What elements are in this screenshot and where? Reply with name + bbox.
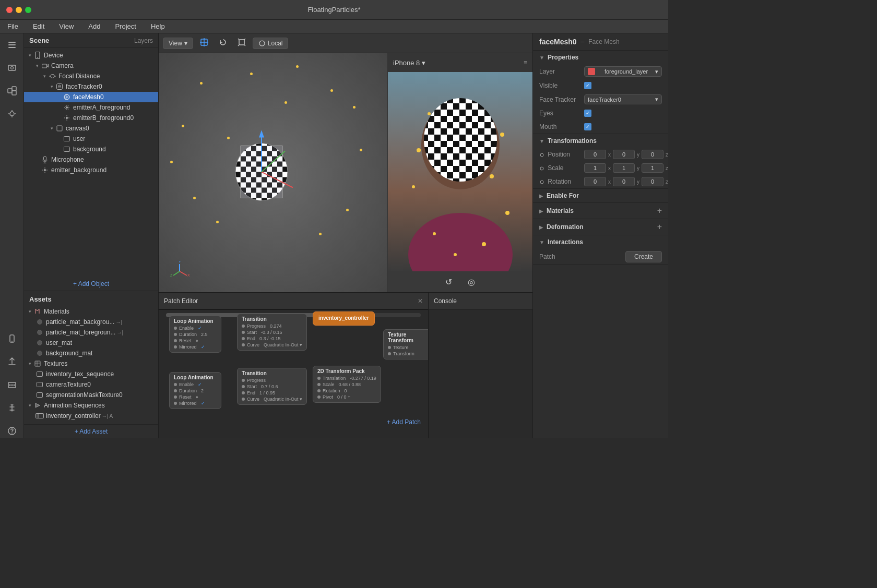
- assets-item-tex1[interactable]: inventory_tex_sequence: [24, 369, 158, 379]
- phone-icon[interactable]: [5, 332, 19, 346]
- tree-label-emittera: emitterA_foreground: [73, 104, 130, 111]
- assets-item-mat4[interactable]: background_mat: [24, 348, 158, 358]
- assets-item-mat1[interactable]: particle_mat_backgrou... →|: [24, 317, 158, 327]
- props-section-properties-header[interactable]: ▼ Properties: [533, 51, 668, 64]
- debug-icon[interactable]: [5, 401, 19, 415]
- tree-item-background[interactable]: background: [24, 144, 158, 154]
- patch-node-inventory[interactable]: inventory_controller: [313, 311, 375, 326]
- assets-item-anim1[interactable]: inventory_controller →| A: [24, 411, 158, 421]
- tree-item-facemesh[interactable]: faceMesh0: [24, 92, 158, 102]
- tree-label-microphone: Microphone: [51, 156, 84, 163]
- window-controls[interactable]: [6, 7, 31, 13]
- scale-x[interactable]: 1: [584, 163, 606, 173]
- focal-icon: [48, 72, 56, 80]
- add-object-button[interactable]: + Add Object: [24, 277, 158, 291]
- create-patch-button[interactable]: Create: [625, 251, 662, 262]
- props-section-materials-header[interactable]: ▶ Materials +: [533, 203, 668, 219]
- assets-tree: ▾ Materials particle_mat_backgrou... →|: [24, 305, 158, 422]
- layer-dropdown[interactable]: foreground_layer ▾: [584, 66, 662, 77]
- effects-icon[interactable]: [5, 106, 19, 121]
- eyes-checkbox[interactable]: ✓: [584, 110, 591, 117]
- preview-rotate-icon[interactable]: ↺: [445, 277, 452, 287]
- patch-node-trans2[interactable]: Transition Progress Start0.7 / 0.6 End1 …: [237, 368, 307, 405]
- patch-node-trans1[interactable]: Transition Progress0.274 Start-0.3 / 0.1…: [237, 314, 307, 351]
- assets-section-animation[interactable]: ▾ Animation Sequences: [24, 400, 158, 411]
- preview-menu-icon[interactable]: ≡: [524, 59, 527, 66]
- view-button[interactable]: View ▾: [163, 38, 193, 49]
- tree-item-microphone[interactable]: Microphone: [24, 154, 158, 165]
- position-z[interactable]: 0: [642, 150, 663, 159]
- menu-edit[interactable]: Edit: [30, 21, 48, 31]
- scale-button[interactable]: [234, 35, 250, 51]
- props-row-visible: Visible ✓: [533, 79, 668, 92]
- add-patch-button[interactable]: + Add Patch: [385, 416, 423, 428]
- minimize-button[interactable]: [16, 7, 22, 13]
- position-x[interactable]: 0: [584, 150, 606, 159]
- patch-editor: Patch Editor ✕ Loop Animation Enable✓ Du…: [159, 293, 428, 438]
- deformation-add-button[interactable]: +: [657, 222, 662, 232]
- assets-item-tex2[interactable]: cameraTexture0: [24, 379, 158, 390]
- device-selector[interactable]: iPhone 8 ▾: [393, 59, 425, 67]
- props-section-interactions-header[interactable]: ▼ Interactions: [533, 235, 668, 249]
- patch-canvas[interactable]: Loop Animation Enable✓ Duration2.5 Reset…: [159, 309, 428, 428]
- assets-item-mat2[interactable]: particle_mat_foregroun... →|: [24, 327, 158, 338]
- svg-rect-40: [35, 361, 40, 366]
- close-button[interactable]: [6, 7, 13, 13]
- viewport-3d[interactable]: Y X Z: [159, 53, 387, 292]
- tree-item-camera[interactable]: ▾ Camera: [24, 61, 158, 71]
- mouth-checkbox[interactable]: ✓: [584, 123, 591, 130]
- menu-project[interactable]: Project: [112, 21, 139, 31]
- help-icon[interactable]: [5, 424, 19, 438]
- patch-node-tex-transform[interactable]: Texture Transform Texture Transform: [383, 329, 428, 359]
- share-icon[interactable]: [5, 378, 19, 392]
- camera-view-icon[interactable]: [5, 61, 19, 75]
- local-button[interactable]: Local: [253, 38, 289, 49]
- tree-item-facetracker[interactable]: ▾ faceTracker0: [24, 81, 158, 92]
- assets-section-materials[interactable]: ▾ Materials: [24, 306, 158, 317]
- rotation-x[interactable]: 0: [584, 177, 606, 186]
- svg-point-84: [433, 232, 436, 235]
- menu-view[interactable]: View: [56, 21, 77, 31]
- assets-section-textures[interactable]: ▾ Textures: [24, 358, 158, 369]
- svg-rect-6: [12, 87, 16, 91]
- assets-item-mat3[interactable]: user_mat: [24, 338, 158, 348]
- patch-node-loop2[interactable]: Loop Animation Enable✓ Duration2 Reset● …: [169, 372, 221, 409]
- preview-record-icon[interactable]: ◎: [468, 277, 475, 287]
- props-section-deformation-header[interactable]: ▶ Deformation +: [533, 219, 668, 235]
- patch-editor-close[interactable]: ✕: [418, 297, 423, 305]
- scene-icon[interactable]: [5, 83, 19, 98]
- rotation-y[interactable]: 0: [613, 177, 635, 186]
- scale-z[interactable]: 1: [642, 163, 663, 173]
- props-section-enablefor-header[interactable]: ▶ Enable For: [533, 189, 668, 202]
- facetracker-dropdown[interactable]: faceTracker0 ▾: [584, 94, 662, 104]
- add-asset-button[interactable]: + Add Asset: [24, 424, 158, 438]
- patch-node-loop1[interactable]: Loop Animation Enable✓ Duration2.5 Reset…: [169, 316, 221, 353]
- visible-checkbox[interactable]: ✓: [584, 82, 591, 89]
- props-section-transformations-header[interactable]: ▼ Transformations: [533, 134, 668, 148]
- layers-icon[interactable]: [5, 38, 19, 52]
- tree-item-focal[interactable]: ▾ Focal Distance: [24, 71, 158, 81]
- tree-item-emitter-bg[interactable]: emitter_background: [24, 165, 158, 175]
- tree-item-device[interactable]: ▾ Device: [24, 50, 158, 61]
- maximize-button[interactable]: [25, 7, 31, 13]
- assets-item-tex3[interactable]: segmentationMaskTexture0: [24, 390, 158, 400]
- rotate-button[interactable]: [215, 35, 231, 51]
- position-y[interactable]: 0: [613, 150, 635, 159]
- rotation-z[interactable]: 0: [642, 177, 663, 186]
- transform-button[interactable]: [196, 35, 212, 51]
- scale-y[interactable]: 1: [613, 163, 635, 173]
- tree-item-user[interactable]: user: [24, 134, 158, 144]
- patch-node-2d-transform[interactable]: 2D Transform Pack Translation-0.277 / 0.…: [313, 366, 381, 403]
- menu-help[interactable]: Help: [148, 21, 168, 31]
- menu-file[interactable]: File: [4, 21, 21, 31]
- patch-editor-title: Patch Editor: [164, 297, 198, 305]
- layers-tab[interactable]: Layers: [134, 37, 153, 44]
- materials-add-button[interactable]: +: [657, 206, 662, 215]
- props-row-facetracker: Face Tracker faceTracker0 ▾: [533, 92, 668, 106]
- tree-item-canvas[interactable]: ▾ canvas0: [24, 123, 158, 134]
- svg-rect-32: [44, 157, 46, 161]
- tree-item-emittera[interactable]: emitterA_foreground: [24, 102, 158, 113]
- tree-item-emitterb[interactable]: emitterB_foreground0: [24, 113, 158, 123]
- upload-icon[interactable]: [5, 355, 19, 369]
- menu-add[interactable]: Add: [85, 21, 103, 31]
